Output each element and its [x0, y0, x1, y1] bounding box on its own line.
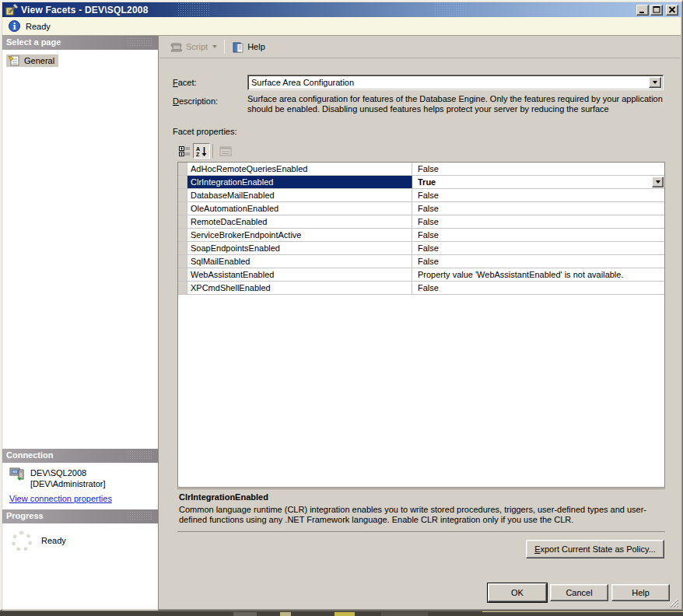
background-detail	[280, 612, 291, 616]
property-name: SqlMailEnabled	[187, 255, 412, 268]
progress-panel: Ready	[2, 523, 158, 609]
facet-dropdown-button[interactable]	[649, 77, 661, 88]
row-gutter	[178, 163, 187, 175]
minimize-icon	[638, 5, 647, 14]
background-detail	[334, 612, 355, 616]
script-label: Script	[186, 42, 208, 51]
view-connection-properties-link[interactable]: View connection properties	[9, 494, 112, 503]
property-row[interactable]: SqlMailEnabledFalse	[178, 255, 664, 268]
row-gutter	[178, 282, 187, 294]
script-icon	[170, 41, 183, 52]
facet-app-icon	[5, 4, 18, 16]
property-grid-toolbar: A Z	[176, 143, 234, 159]
info-icon: i	[9, 20, 20, 32]
status-strip: i Ready	[2, 17, 681, 36]
row-gutter	[178, 202, 187, 215]
toolbar-separator	[224, 40, 225, 54]
background-detail	[482, 611, 683, 612]
progress-status: Ready	[41, 536, 66, 609]
script-button[interactable]: Script	[166, 38, 221, 55]
background-detail	[381, 612, 428, 616]
property-row[interactable]: RemoteDacEnabledFalse	[178, 215, 664, 229]
row-gutter	[178, 176, 187, 188]
toolbar: Script Help	[159, 36, 681, 58]
row-gutter	[178, 242, 187, 254]
toolbar-separator	[212, 144, 213, 158]
property-value: False	[412, 282, 664, 294]
ok-button[interactable]: OK	[488, 583, 547, 602]
facet-properties-label: Facet properties:	[173, 127, 237, 136]
property-row[interactable]: AdHocRemoteQueriesEnabledFalse	[178, 163, 664, 176]
detail-title: ClrIntegrationEnabled	[179, 492, 657, 502]
property-value: False	[412, 163, 664, 175]
facet-property-grid[interactable]: AdHocRemoteQueriesEnabledFalseClrIntegra…	[177, 162, 665, 488]
property-row[interactable]: XPCmdShellEnabledFalse	[178, 282, 664, 295]
export-current-state-button[interactable]: Export Current State as Policy...	[526, 540, 664, 558]
property-row[interactable]: WebAssistantEnabledProperty value 'WebAs…	[178, 268, 664, 282]
property-name: DatabaseMailEnabled	[187, 189, 412, 201]
progress-header: Progress	[2, 509, 158, 523]
property-name: OleAutomationEnabled	[187, 202, 412, 215]
property-name: AdHocRemoteQueriesEnabled	[187, 163, 412, 175]
script-dropdown-icon	[212, 45, 217, 48]
alphabetical-sort-icon: A Z	[196, 146, 208, 156]
property-name: XPCmdShellEnabled	[187, 282, 412, 294]
row-gutter	[178, 268, 187, 281]
detail-text: Common language runtime (CLR) integratio…	[179, 505, 657, 525]
window-title: View Facets - DEV\SQL2008	[21, 5, 635, 16]
facet-label: Facet:	[173, 78, 197, 87]
connection-header: Connection	[2, 449, 158, 463]
property-pages-button[interactable]	[217, 143, 234, 159]
chevron-down-icon	[656, 180, 660, 184]
property-row[interactable]: OleAutomationEnabledFalse	[178, 202, 664, 215]
property-row[interactable]: ServiceBrokerEndpointActiveFalse	[178, 229, 664, 242]
property-value: False	[412, 215, 664, 228]
status-text: Ready	[26, 22, 51, 31]
categorized-button[interactable]	[176, 143, 193, 159]
select-a-page-header: Select a page	[2, 36, 158, 50]
property-row[interactable]: ClrIntegrationEnabledTrue	[178, 176, 664, 189]
row-gutter	[178, 229, 187, 241]
facet-selected-value: Surface Area Configuration	[251, 78, 354, 87]
property-value: False	[412, 202, 664, 215]
page-list: General	[2, 50, 158, 449]
facet-combobox[interactable]: Surface Area Configuration	[247, 75, 664, 90]
property-value: False	[412, 229, 664, 241]
maximize-button[interactable]	[650, 5, 663, 16]
help-button-footer[interactable]: Help	[611, 584, 670, 601]
help-toolbar-label: Help	[247, 42, 265, 51]
minimize-button[interactable]	[636, 5, 649, 16]
row-gutter	[178, 189, 187, 201]
sidebar-item-label: General	[24, 56, 54, 65]
background-detail	[233, 612, 257, 616]
svg-text:i: i	[12, 22, 16, 32]
property-value: False	[412, 255, 664, 268]
title-bar[interactable]: View Facets - DEV\SQL2008	[2, 2, 681, 17]
cancel-button[interactable]: Cancel	[550, 584, 608, 601]
property-name: RemoteDacEnabled	[187, 215, 412, 228]
property-value: Property value 'WebAssistantEnabled' is …	[412, 268, 664, 281]
view-facets-dialog: View Facets - DEV\SQL2008 i Ready Select…	[0, 0, 683, 616]
connection-server: DEV\SQL2008	[30, 467, 106, 478]
value-dropdown-button[interactable]	[652, 177, 664, 187]
property-pages-icon	[219, 146, 232, 156]
sidebar-item-general[interactable]: General	[6, 54, 58, 67]
property-name: ServiceBrokerEndpointActive	[187, 229, 412, 241]
progress-spinner-icon	[12, 531, 32, 551]
categorized-icon	[179, 146, 191, 156]
background-window-strip	[0, 611, 683, 616]
connection-panel: DEV\SQL2008 [DEV\Administrator] View con…	[2, 463, 158, 509]
connection-account: [DEV\Administrator]	[30, 478, 106, 489]
property-row[interactable]: DatabaseMailEnabledFalse	[178, 189, 664, 202]
close-icon	[667, 5, 677, 14]
help-icon	[232, 41, 244, 53]
chevron-down-icon	[653, 81, 657, 84]
help-button[interactable]: Help	[228, 38, 269, 55]
property-value: False	[412, 189, 664, 201]
close-button[interactable]	[666, 5, 678, 16]
property-row[interactable]: SoapEndpointsEnabledFalse	[178, 242, 664, 255]
resize-grip[interactable]	[668, 597, 679, 608]
description-label: Description:	[173, 96, 218, 106]
property-name: ClrIntegrationEnabled	[187, 176, 412, 188]
alphabetical-sort-button[interactable]: A Z	[193, 143, 210, 159]
